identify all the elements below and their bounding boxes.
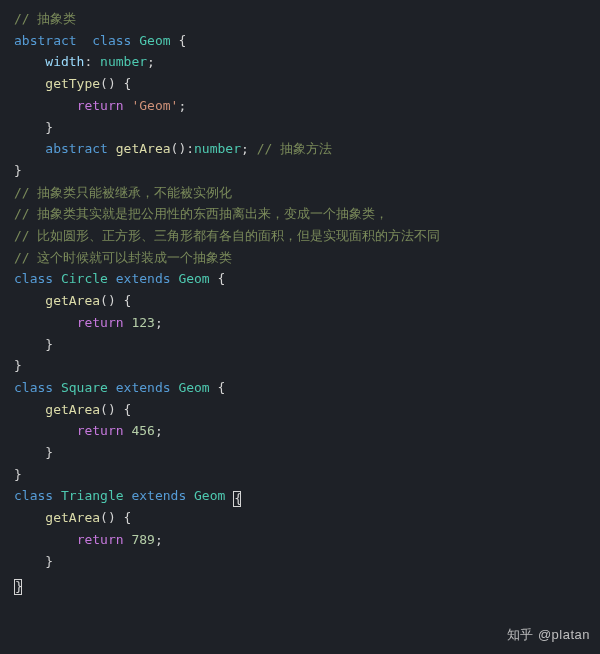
code-line: return 123; <box>14 312 600 334</box>
code-line: getType() { <box>14 73 600 95</box>
code-line: } <box>14 117 600 139</box>
code-line: } <box>14 442 600 464</box>
watermark: 知乎 @platan <box>507 624 590 646</box>
code-line: return 'Geom'; <box>14 95 600 117</box>
code-line: getArea() { <box>14 507 600 529</box>
code-line: // 比如圆形、正方形、三角形都有各自的面积，但是实现面积的方法不同 <box>14 225 600 247</box>
code-line: getArea() { <box>14 290 600 312</box>
code-line: class Square extends Geom { <box>14 377 600 399</box>
code-editor[interactable]: // 抽象类 abstract class Geom { width: numb… <box>14 8 600 595</box>
code-line: // 抽象类只能被继承，不能被实例化 <box>14 182 600 204</box>
code-line: return 456; <box>14 420 600 442</box>
code-line: } <box>14 355 600 377</box>
code-line: } <box>14 573 600 595</box>
code-line: abstract class Geom { <box>14 30 600 52</box>
code-line: } <box>14 551 600 573</box>
code-line: abstract getArea():number; // 抽象方法 <box>14 138 600 160</box>
code-line: // 抽象类其实就是把公用性的东西抽离出来，变成一个抽象类， <box>14 203 600 225</box>
code-line: // 抽象类 <box>14 8 600 30</box>
code-line: // 这个时候就可以封装成一个抽象类 <box>14 247 600 269</box>
code-line: } <box>14 464 600 486</box>
code-line: } <box>14 160 600 182</box>
code-line: return 789; <box>14 529 600 551</box>
code-line: class Triangle extends Geom { <box>14 485 600 507</box>
code-line: } <box>14 334 600 356</box>
code-line: getArea() { <box>14 399 600 421</box>
code-line: width: number; <box>14 51 600 73</box>
code-line: class Circle extends Geom { <box>14 268 600 290</box>
